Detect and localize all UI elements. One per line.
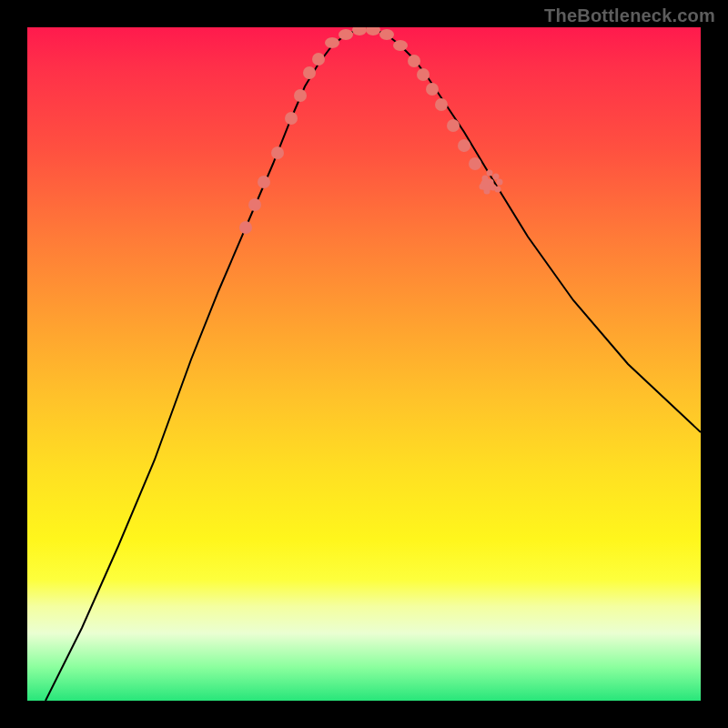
curve-marker — [239, 221, 252, 234]
flame-dot — [497, 179, 503, 186]
markers-bottom-group — [325, 27, 408, 51]
curve-marker — [447, 119, 460, 132]
chart-frame: TheBottleneck.com — [0, 0, 728, 728]
curve-marker — [248, 198, 261, 211]
curve-svg — [27, 27, 701, 701]
curve-marker — [469, 157, 481, 170]
curve-marker — [366, 27, 380, 35]
curve-marker — [339, 29, 353, 40]
flame-dot — [493, 174, 500, 180]
curve-marker — [271, 147, 284, 159]
bottleneck-curve — [46, 29, 701, 701]
flame-dot — [495, 187, 501, 193]
flame-dot — [488, 179, 494, 186]
curve-marker — [294, 89, 307, 102]
flame-dot — [487, 170, 493, 177]
curve-marker — [285, 112, 298, 125]
plot-area — [27, 27, 701, 701]
curve-marker — [417, 68, 430, 81]
curve-marker — [426, 83, 439, 96]
curve-marker — [435, 98, 448, 111]
curve-marker — [258, 176, 270, 188]
curve-marker — [379, 29, 394, 40]
markers-right-group — [408, 55, 493, 191]
curve-marker — [408, 55, 420, 67]
curve-marker — [393, 40, 408, 51]
curve-marker — [352, 27, 367, 35]
flame-dot — [484, 188, 490, 195]
curve-marker — [312, 53, 325, 66]
watermark-text: TheBottleneck.com — [544, 5, 715, 26]
flame-dot — [482, 176, 489, 182]
curve-marker — [325, 37, 339, 48]
curve-marker — [458, 139, 470, 152]
curve-marker — [303, 66, 316, 79]
flame-dot — [480, 184, 486, 190]
